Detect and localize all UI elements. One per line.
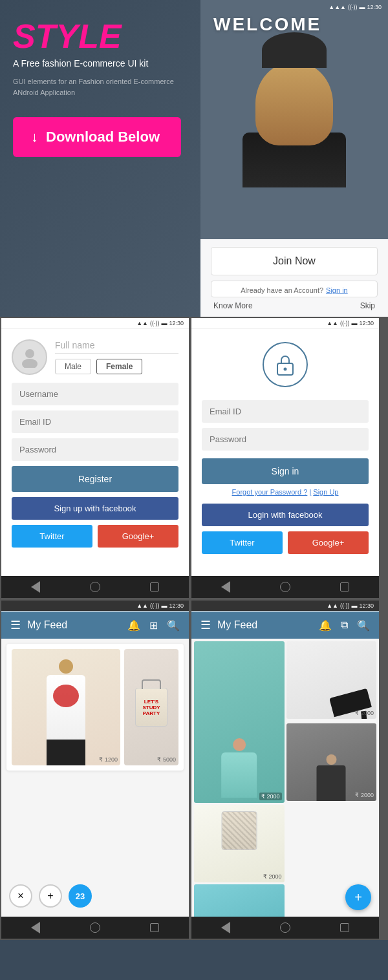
signal: ▲▲ bbox=[136, 320, 148, 326]
grid-item-shoes[interactable]: ₹ 2000 bbox=[286, 641, 377, 719]
hamburger-menu-icon[interactable]: ☰ bbox=[200, 618, 211, 632]
register-form: Full name Male Female Register Sign up w… bbox=[1, 329, 189, 563]
price-2: ₹ 5000 bbox=[157, 756, 176, 763]
profile-row: Full name Male Female bbox=[12, 339, 178, 375]
register-screen: ▲▲ ((·)) ▬ 12:30 Full name Male Fe bbox=[1, 318, 189, 598]
status-time: 12:30 bbox=[367, 4, 382, 10]
svg-point-3 bbox=[284, 368, 287, 371]
forgot-password-row: Forgot your Password ? | Sign Up bbox=[232, 488, 339, 496]
grid-item-dark-dress[interactable]: ₹ 2000 bbox=[286, 723, 377, 801]
feed2-title: My Feed bbox=[217, 619, 319, 631]
grid-item-teal[interactable]: ₹ 2000 bbox=[194, 641, 285, 803]
login-password-input[interactable] bbox=[202, 428, 369, 451]
hamburger-menu-icon[interactable]: ☰ bbox=[10, 618, 21, 632]
name-gender-section: Full name Male Female bbox=[55, 340, 178, 374]
count-badge: 23 bbox=[69, 884, 92, 908]
back-button[interactable] bbox=[31, 581, 40, 593]
download-label: Download Below bbox=[46, 129, 160, 145]
fab-button[interactable]: + bbox=[345, 884, 371, 910]
recent-button[interactable] bbox=[340, 923, 349, 932]
social-row: Twitter Google+ bbox=[12, 525, 178, 548]
login-nav-bar bbox=[191, 576, 379, 598]
download-button[interactable]: ↓ Download Below bbox=[13, 117, 181, 157]
download-icon: ↓ bbox=[31, 129, 38, 145]
back-button[interactable] bbox=[221, 922, 230, 933]
login-email-input[interactable] bbox=[202, 400, 369, 423]
full-name-placeholder[interactable]: Full name bbox=[55, 340, 178, 354]
sign-in-link[interactable]: Sign in bbox=[326, 286, 348, 294]
search-icon[interactable]: 🔍 bbox=[167, 619, 180, 632]
join-now-button[interactable]: Join Now bbox=[211, 247, 378, 275]
grid-icon[interactable]: ⊞ bbox=[149, 619, 158, 632]
login-google-button[interactable]: Google+ bbox=[288, 531, 369, 554]
price-teal: ₹ 2000 bbox=[259, 793, 282, 800]
product-images: ₹ 1200 LET'SSTUDYPARTY ₹ 5000 bbox=[12, 649, 178, 765]
secondary-product-image: LET'SSTUDYPARTY ₹ 5000 bbox=[124, 649, 178, 765]
recent-button[interactable] bbox=[340, 582, 349, 591]
login-twitter-button[interactable]: Twitter bbox=[202, 531, 283, 554]
search-icon[interactable]: 🔍 bbox=[357, 619, 370, 632]
feed1-nav bbox=[1, 917, 189, 939]
wifi: ((·)) bbox=[150, 602, 160, 609]
grid-item-white-top[interactable]: ₹ 2000 bbox=[194, 805, 285, 882]
layers-icon[interactable]: ⧉ bbox=[341, 619, 348, 631]
home-button[interactable] bbox=[90, 922, 100, 933]
back-button[interactable] bbox=[31, 922, 40, 933]
sign-in-button[interactable]: Sign in bbox=[202, 458, 369, 484]
female-button[interactable]: Female bbox=[96, 359, 142, 374]
skip-link[interactable]: Skip bbox=[360, 301, 375, 310]
facebook-login-button[interactable]: Login with facebook bbox=[202, 504, 369, 526]
male-button[interactable]: Male bbox=[55, 359, 91, 374]
email-input[interactable] bbox=[12, 410, 178, 433]
recent-button[interactable] bbox=[150, 923, 159, 932]
back-button[interactable] bbox=[221, 581, 230, 593]
svg-point-1 bbox=[22, 359, 38, 368]
forgot-password-text[interactable]: Forgot your Password ? bbox=[232, 488, 308, 496]
app-description: GUI elements for an Fashion oriented E-c… bbox=[13, 76, 188, 98]
home-button[interactable] bbox=[280, 922, 290, 933]
wifi: ((·)) bbox=[340, 320, 350, 326]
add-icon: + bbox=[47, 890, 53, 902]
home-button[interactable] bbox=[90, 582, 100, 592]
time: 12:30 bbox=[359, 320, 374, 326]
main-product-image: ₹ 1200 bbox=[12, 649, 120, 765]
login-status-bar: ▲▲ ((·)) ▬ 12:30 bbox=[191, 318, 379, 329]
facebook-signup-button[interactable]: Sign up with facebook bbox=[12, 497, 178, 520]
google-button[interactable]: Google+ bbox=[98, 525, 178, 548]
twitter-button[interactable]: Twitter bbox=[12, 525, 92, 548]
lock-icon bbox=[275, 353, 296, 376]
battery: ▬ bbox=[351, 320, 357, 326]
app-title: STYLE bbox=[13, 19, 188, 53]
add-action-button[interactable]: + bbox=[39, 884, 62, 908]
app-subtitle: A Free fashion E-commerce UI kit bbox=[13, 58, 188, 69]
notification-icon[interactable]: 🔔 bbox=[319, 619, 332, 632]
feed2-action-icons: 🔔 ⧉ 🔍 bbox=[319, 619, 370, 632]
know-more-link[interactable]: Know More bbox=[213, 301, 253, 310]
nav-bar bbox=[1, 576, 189, 598]
password-input[interactable] bbox=[12, 438, 178, 461]
hat-shape bbox=[262, 32, 327, 68]
feed1-action-icons: 🔔 ⊞ 🔍 bbox=[127, 619, 180, 632]
close-action-button[interactable]: × bbox=[9, 884, 32, 908]
signal: ▲▲ bbox=[327, 320, 338, 326]
welcome-bottom-card: Join Now Already have an Account? Sign i… bbox=[200, 239, 388, 317]
battery: ▬ bbox=[161, 320, 167, 326]
home-button[interactable] bbox=[280, 582, 290, 592]
register-button[interactable]: Register bbox=[12, 466, 178, 492]
username-input[interactable] bbox=[12, 383, 178, 405]
svg-point-0 bbox=[25, 349, 34, 358]
feed2-nav bbox=[191, 917, 379, 939]
signal-bars: ▲▲▲ bbox=[329, 4, 346, 10]
divider: | bbox=[309, 488, 311, 496]
lock-icon-circle bbox=[263, 342, 308, 387]
middle-section: ▲▲ ((·)) ▬ 12:30 Full name Male Fe bbox=[0, 317, 388, 599]
sign-up-link[interactable]: Sign Up bbox=[313, 488, 338, 496]
already-account-text: Already have an Account? bbox=[241, 286, 323, 294]
gender-buttons: Male Female bbox=[55, 359, 178, 374]
time: 12:30 bbox=[169, 602, 184, 609]
recent-button[interactable] bbox=[150, 582, 159, 591]
notification-icon[interactable]: 🔔 bbox=[127, 619, 140, 632]
welcome-title: WELCOME bbox=[213, 14, 321, 35]
product-card-1[interactable]: ₹ 1200 LET'SSTUDYPARTY ₹ 5000 bbox=[6, 644, 184, 771]
battery: ▬ bbox=[161, 602, 167, 609]
